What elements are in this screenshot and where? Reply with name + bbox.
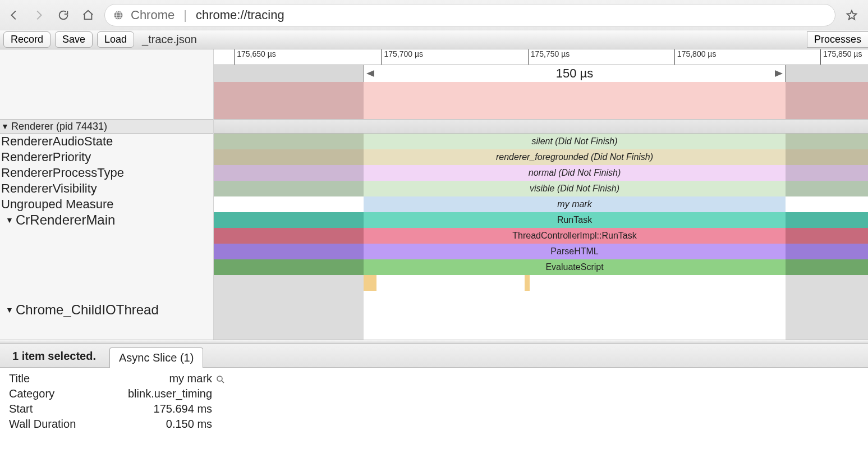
trace-slice[interactable]: visible (Did Not Finish) (364, 181, 786, 196)
track-label-text: RendererVisibility (1, 181, 97, 196)
trace-slice[interactable]: EvaluateScript (364, 259, 786, 275)
trace-slice[interactable] (214, 259, 364, 275)
ruler-tick: 175,700 µs (381, 49, 423, 65)
trace-slice-label: normal (Did Not Finish) (529, 168, 621, 178)
details-table: Titlemy markCategoryblink.user_timingSta… (9, 371, 226, 432)
trace-slice[interactable] (786, 149, 868, 165)
track-row: renderer_foregrounded (Did Not Finish) (214, 149, 868, 165)
omnibox[interactable]: Chrome | chrome://tracing (104, 4, 835, 26)
nav-buttons (8, 9, 94, 21)
home-icon[interactable] (82, 9, 94, 21)
trace-slice[interactable]: my mark (364, 196, 786, 212)
record-button[interactable]: Record (3, 31, 50, 48)
details-row: Start175.694 ms (9, 401, 226, 417)
track-label: RendererProcessType (0, 165, 213, 181)
trace-slice[interactable] (786, 134, 868, 149)
trace-slice[interactable] (214, 149, 364, 165)
save-button[interactable]: Save (55, 31, 93, 48)
trace-slice[interactable] (786, 228, 868, 244)
details-value: my mark (128, 371, 215, 386)
trace-slice[interactable] (364, 275, 376, 291)
trace-slice[interactable] (786, 82, 868, 119)
time-ruler[interactable]: 175,650 µs175,700 µs175,750 µs175,800 µs… (214, 49, 868, 65)
selection-strip[interactable]: 150 µs (214, 65, 868, 82)
details-row: Titlemy mark (9, 371, 226, 386)
trace-slice[interactable] (214, 275, 364, 291)
magnify-icon[interactable] (215, 374, 226, 385)
trace-slice-label: my mark (557, 199, 591, 209)
trace-slice[interactable] (214, 212, 364, 228)
magnify-cell (215, 371, 226, 386)
processes-button[interactable]: Processes (807, 31, 868, 48)
details-key: Title (9, 371, 128, 386)
track-row: silent (Did Not Finish) (214, 134, 868, 149)
trace-slice[interactable]: normal (Did Not Finish) (364, 165, 786, 181)
trace-slice[interactable] (214, 228, 364, 244)
trace-slice[interactable] (786, 212, 868, 228)
trace-slice[interactable] (214, 82, 364, 119)
track-label-text: RendererPriority (1, 149, 91, 165)
omnibox-url: chrome://tracing (196, 8, 284, 22)
pane-resize-handle[interactable] (0, 340, 868, 344)
trace-slice[interactable] (530, 275, 786, 291)
trace-slice[interactable]: ThreadControllerImpl::RunTask (364, 228, 786, 244)
chevron-down-icon: ▼ (1, 118, 11, 134)
track-label: RendererVisibility (0, 181, 213, 196)
trace-slice[interactable] (786, 259, 868, 275)
trace-slice[interactable] (214, 165, 364, 181)
trace-slice[interactable] (214, 134, 364, 149)
reload-icon[interactable] (57, 9, 70, 21)
track-label (0, 244, 213, 259)
trace-slice[interactable] (364, 82, 786, 119)
details-key: Start (9, 401, 128, 417)
track-label: ▼Chrome_ChildIOThread (0, 302, 213, 318)
trace-slice[interactable] (786, 165, 868, 181)
track-label-text: Chrome_ChildIOThread (16, 302, 159, 318)
trace-slice[interactable] (376, 275, 521, 291)
trace-slice[interactable] (214, 244, 364, 259)
trace-slice[interactable] (786, 307, 868, 340)
track-label: Ungrouped Measure (0, 196, 213, 212)
track-row: ParseHTML (214, 244, 868, 259)
details-value: 0.150 ms (128, 417, 215, 432)
trace-slice[interactable] (214, 307, 364, 340)
timeline[interactable]: 175,650 µs175,700 µs175,750 µs175,800 µs… (214, 49, 868, 340)
trace-slice-label: RunTask (557, 215, 592, 225)
chevron-down-icon[interactable]: ▼ (6, 302, 16, 318)
trace-slice[interactable] (214, 291, 364, 307)
trace-slice[interactable]: renderer_foregrounded (Did Not Finish) (364, 149, 786, 165)
track-label: RendererAudioState (0, 134, 213, 149)
trace-slice[interactable]: RunTask (364, 212, 786, 228)
back-icon[interactable] (8, 9, 20, 21)
track-label (0, 228, 213, 244)
process-header[interactable]: ▼ Renderer (pid 74431) (0, 119, 213, 134)
trace-slice-label: ParseHTML (550, 246, 598, 257)
track-label: RendererPriority (0, 149, 213, 165)
load-button[interactable]: Load (97, 31, 134, 48)
selection-count: 1 item selected. (12, 350, 96, 367)
trace-slice[interactable]: silent (Did Not Finish) (364, 134, 786, 149)
omnibox-prefix: Chrome (131, 8, 174, 22)
selection-range[interactable]: 150 µs (364, 65, 786, 82)
track-row (214, 82, 868, 119)
process-label: Renderer (pid 74431) (11, 118, 107, 134)
chevron-down-icon[interactable]: ▼ (6, 212, 16, 228)
track-row (214, 307, 868, 340)
trace-slice[interactable]: ParseHTML (364, 244, 786, 259)
details-tab[interactable]: Async Slice (1) (109, 347, 203, 368)
flame-chart: ▼ Renderer (pid 74431) RendererAudioStat… (0, 49, 868, 340)
tracing-toolbar: Record Save Load _trace.json Processes (0, 30, 868, 49)
track-row: my mark (214, 196, 868, 212)
process-header-track (214, 119, 868, 134)
track-label (0, 291, 213, 302)
trace-slice[interactable] (525, 275, 530, 291)
trace-slice[interactable] (786, 275, 868, 291)
trace-slice-label: EvaluateScript (545, 262, 603, 272)
forward-icon[interactable] (33, 9, 45, 21)
trace-slice[interactable] (786, 291, 868, 307)
trace-slice[interactable] (786, 244, 868, 259)
track-row (214, 275, 868, 291)
bookmark-star-icon[interactable] (846, 9, 858, 21)
trace-slice[interactable] (214, 181, 364, 196)
trace-slice[interactable] (786, 181, 868, 196)
